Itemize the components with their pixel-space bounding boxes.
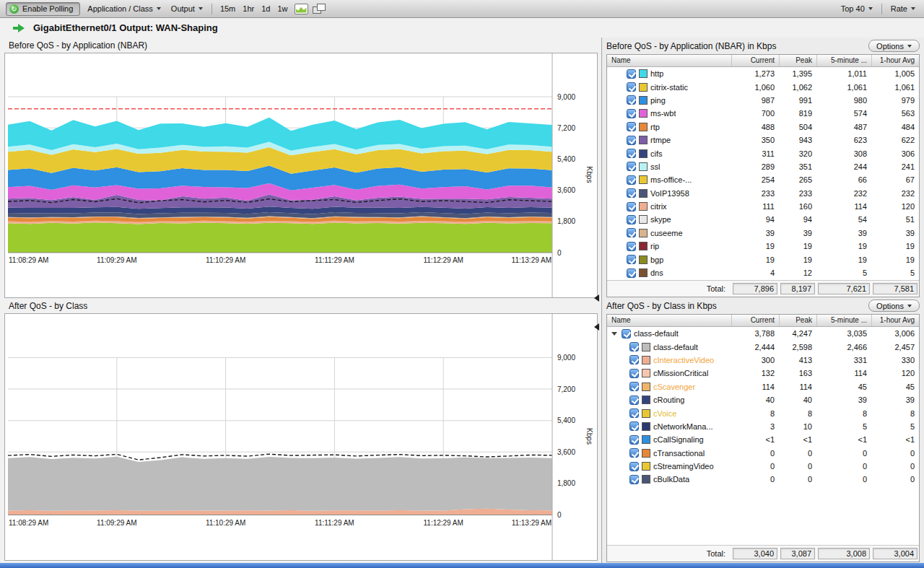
table-row[interactable]: rtp488504487484 xyxy=(607,121,919,134)
row-checkbox[interactable] xyxy=(629,462,639,471)
collapse-toggle-icon[interactable] xyxy=(611,332,617,336)
row-checkbox[interactable] xyxy=(627,255,636,264)
table-row[interactable]: cTransactional0000 xyxy=(607,447,919,460)
collapse-panel-arrow-bottom[interactable] xyxy=(594,323,599,331)
row-checkbox[interactable] xyxy=(622,329,631,338)
cell-value: 3,006 xyxy=(871,329,919,338)
table-row[interactable]: http1,2731,3951,0111,005 xyxy=(607,67,919,80)
series-color-swatch xyxy=(639,83,648,92)
total-value: 8,197 xyxy=(780,283,815,294)
row-checkbox[interactable] xyxy=(627,228,636,237)
row-checkbox[interactable] xyxy=(629,448,639,458)
row-checkbox[interactable] xyxy=(627,95,636,105)
column-header-current[interactable]: Current xyxy=(731,315,779,326)
table-row[interactable]: class-default2,4442,5982,4662,457 xyxy=(607,340,919,353)
row-checkbox[interactable] xyxy=(627,136,636,145)
top-n-dropdown[interactable]: Top 40 xyxy=(838,3,876,14)
row-checkbox[interactable] xyxy=(629,355,639,364)
table-row[interactable]: class-default3,7884,2473,0353,006 xyxy=(607,327,919,340)
row-label: citrix-static xyxy=(650,83,688,92)
row-checkbox[interactable] xyxy=(627,82,636,92)
table-row[interactable]: ssl289351244241 xyxy=(607,160,919,173)
table-row[interactable]: citrix-static1,0601,0621,0611,061 xyxy=(607,80,919,93)
series-color-swatch xyxy=(642,422,650,431)
time-range-1hr[interactable]: 1hr xyxy=(240,3,256,14)
table-row[interactable]: cCallSignaling<1<1<1<1 xyxy=(607,433,919,446)
row-checkbox[interactable] xyxy=(629,408,639,418)
enable-polling-label: Enable Polling xyxy=(22,4,73,13)
column-header-1-hour-avg[interactable]: 1-hour Avg xyxy=(871,55,919,66)
column-header-5-minute[interactable]: 5-minute ... xyxy=(816,55,871,66)
main-area: Before QoS - by Application (NBAR) 01,80… xyxy=(0,38,924,568)
application-class-dropdown[interactable]: Application / Class xyxy=(84,3,164,14)
table-row[interactable]: cuseeme39393939 xyxy=(607,227,919,240)
column-header-name[interactable]: Name xyxy=(607,315,731,326)
column-header-peak[interactable]: Peak xyxy=(779,315,816,326)
table-row[interactable]: cBulkData0000 xyxy=(607,473,919,486)
table-row[interactable]: dns41255 xyxy=(607,266,919,279)
time-range-1d[interactable]: 1d xyxy=(259,3,272,14)
row-checkbox[interactable] xyxy=(627,69,636,79)
table-row[interactable]: cInteractiveVideo300413331330 xyxy=(607,354,919,367)
table-row[interactable]: citrix111160114120 xyxy=(607,200,919,213)
chart-view-icon[interactable] xyxy=(295,4,308,14)
table-row[interactable]: cMissionCritical132163114120 xyxy=(607,367,919,380)
table-row[interactable]: cRouting40403939 xyxy=(607,393,919,406)
table-row[interactable]: ms-wbt700819574563 xyxy=(607,107,919,120)
row-checkbox[interactable] xyxy=(629,475,639,484)
row-checkbox[interactable] xyxy=(627,215,636,224)
output-dropdown[interactable]: Output xyxy=(168,3,206,14)
time-range-1w[interactable]: 1w xyxy=(275,3,289,14)
table-row[interactable]: cNetworkMana...31055 xyxy=(607,420,919,433)
column-header-name[interactable]: Name xyxy=(607,55,731,66)
enable-polling-button[interactable]: ↻ Enable Polling xyxy=(6,2,80,16)
row-checkbox[interactable] xyxy=(627,242,636,251)
detach-window-icon[interactable] xyxy=(313,4,326,14)
cell-value: 413 xyxy=(779,356,816,364)
table-row[interactable]: ping987991980979 xyxy=(607,94,919,107)
row-checkbox[interactable] xyxy=(627,162,636,171)
table-row[interactable]: cScavenger1141144545 xyxy=(607,380,919,393)
row-checkbox[interactable] xyxy=(627,188,636,198)
row-checkbox[interactable] xyxy=(627,268,636,278)
row-checkbox[interactable] xyxy=(627,175,636,185)
table-row[interactable]: rtmpe350943623622 xyxy=(607,134,919,147)
before-chart-title: Before QoS - by Application (NBAR) xyxy=(0,38,601,53)
table-row[interactable]: cifs311320308306 xyxy=(607,147,919,160)
table-row[interactable]: bgp19191919 xyxy=(607,253,919,266)
row-checkbox[interactable] xyxy=(629,369,639,378)
row-checkbox[interactable] xyxy=(627,149,636,158)
row-checkbox[interactable] xyxy=(629,396,639,405)
chevron-down-icon xyxy=(157,7,161,10)
column-header-1-hour-avg[interactable]: 1-hour Avg xyxy=(871,315,919,326)
table-row[interactable]: VoIP13958233233232232 xyxy=(607,187,919,200)
table-row[interactable]: cStreamingVideo0000 xyxy=(607,460,919,473)
cell-value: 289 xyxy=(731,162,779,171)
column-header-5-minute[interactable]: 5-minute ... xyxy=(816,315,871,326)
row-checkbox[interactable] xyxy=(627,122,636,131)
before-options-button[interactable]: Options xyxy=(868,40,920,52)
table-row[interactable]: cVoice8888 xyxy=(607,406,919,419)
series-color-swatch xyxy=(642,409,650,418)
row-checkbox[interactable] xyxy=(629,435,639,445)
row-label: ping xyxy=(650,96,666,105)
table-row[interactable]: ms-office-...2542656667 xyxy=(607,173,919,186)
rate-dropdown[interactable]: Rate xyxy=(888,3,918,14)
cell-value: 67 xyxy=(871,175,919,184)
row-checkbox[interactable] xyxy=(627,109,636,118)
table-row[interactable]: skype94945451 xyxy=(607,213,919,226)
row-checkbox[interactable] xyxy=(629,342,639,351)
column-header-peak[interactable]: Peak xyxy=(779,55,816,66)
row-name-cell: dns xyxy=(607,268,731,278)
column-header-current[interactable]: Current xyxy=(731,55,779,66)
row-checkbox[interactable] xyxy=(629,421,639,431)
row-checkbox[interactable] xyxy=(629,382,639,391)
cell-value: 51 xyxy=(871,215,919,224)
row-label: rtp xyxy=(650,123,660,131)
collapse-panel-arrow-top[interactable] xyxy=(594,294,599,302)
row-checkbox[interactable] xyxy=(627,202,636,211)
table-row[interactable]: rip19191919 xyxy=(607,240,919,253)
time-range-15m[interactable]: 15m xyxy=(218,3,237,14)
series-color-swatch xyxy=(642,435,650,444)
after-options-button[interactable]: Options xyxy=(868,300,920,312)
